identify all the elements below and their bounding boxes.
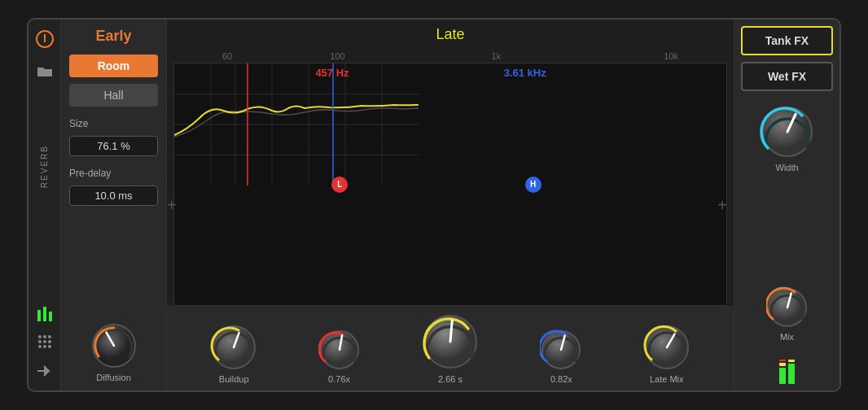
width-area: Width bbox=[741, 104, 833, 172]
mix-label: Mix bbox=[780, 332, 794, 342]
svg-rect-1 bbox=[43, 307, 46, 321]
low-freq-handle[interactable]: L bbox=[331, 177, 348, 193]
freq-10k: 10k bbox=[664, 51, 678, 61]
svg-point-11 bbox=[48, 345, 51, 348]
meter-icon bbox=[35, 303, 55, 322]
freq-60: 60 bbox=[222, 51, 232, 61]
level-meter-right bbox=[788, 351, 795, 384]
early-title: Early bbox=[69, 28, 158, 45]
eq-display: 457 Hz 3.61 kHz L H bbox=[173, 63, 727, 306]
buildup-group: Buildup bbox=[210, 324, 257, 384]
high-knob[interactable] bbox=[540, 329, 582, 371]
svg-rect-2 bbox=[49, 312, 52, 321]
wet-fx-button[interactable]: Wet FX bbox=[741, 62, 833, 91]
mix-area: Mix bbox=[741, 286, 833, 342]
decay-group: 2.66 s bbox=[421, 312, 480, 384]
diffusion-area: Diffusion bbox=[69, 322, 158, 382]
grid-icon[interactable] bbox=[35, 332, 55, 351]
level-meter-left bbox=[779, 351, 786, 384]
low-knob[interactable] bbox=[318, 329, 361, 371]
width-label: Width bbox=[775, 163, 798, 172]
svg-rect-0 bbox=[37, 310, 41, 321]
main-area: Late 60 100 1k 10k bbox=[167, 20, 734, 390]
late-mix-group: Late Mix bbox=[643, 324, 690, 384]
freq-100: 100 bbox=[330, 51, 344, 61]
add-left-button[interactable]: + bbox=[167, 196, 177, 215]
svg-rect-42 bbox=[779, 363, 786, 366]
svg-point-6 bbox=[38, 340, 42, 343]
arrow-icon[interactable] bbox=[35, 361, 55, 381]
right-panel: Tank FX Wet FX Width bbox=[734, 20, 840, 390]
svg-point-10 bbox=[43, 345, 46, 348]
room-button[interactable]: Room bbox=[69, 55, 158, 77]
tank-fx-button[interactable]: Tank FX bbox=[741, 26, 833, 55]
size-label: Size bbox=[69, 118, 158, 129]
diffusion-knob[interactable] bbox=[90, 322, 138, 369]
diffusion-label: Diffusion bbox=[96, 373, 131, 382]
high-group: 0.82x bbox=[540, 329, 582, 384]
svg-point-3 bbox=[38, 335, 42, 338]
level-meters bbox=[741, 351, 833, 384]
low-freq-value: 457 Hz bbox=[315, 67, 349, 79]
power-icon bbox=[36, 30, 54, 48]
reverb-plugin: REVERB bbox=[27, 18, 841, 392]
plugin-label: REVERB bbox=[40, 145, 49, 188]
svg-point-9 bbox=[38, 345, 42, 348]
early-panel: Early Room Hall Size 76.1 % Pre-delay 10… bbox=[61, 20, 167, 390]
folder-button[interactable] bbox=[35, 62, 55, 81]
svg-rect-43 bbox=[779, 360, 786, 361]
mix-knob[interactable] bbox=[766, 286, 809, 329]
sidebar-bottom bbox=[35, 303, 55, 381]
late-mix-knob[interactable] bbox=[643, 324, 690, 371]
high-label: 0.82x bbox=[550, 374, 572, 384]
svg-point-8 bbox=[48, 340, 51, 343]
hall-button[interactable]: Hall bbox=[69, 84, 158, 107]
size-value[interactable]: 76.1 % bbox=[69, 136, 158, 156]
predelay-label: Pre-delay bbox=[69, 168, 158, 179]
svg-point-5 bbox=[48, 335, 51, 338]
svg-rect-41 bbox=[779, 368, 786, 384]
svg-rect-44 bbox=[788, 364, 795, 384]
eq-grid-svg bbox=[174, 63, 419, 185]
freq-labels: 60 100 1k 10k bbox=[167, 50, 734, 63]
svg-rect-45 bbox=[788, 360, 795, 362]
buildup-label: Buildup bbox=[219, 374, 249, 384]
low-label: 0.76x bbox=[328, 374, 350, 384]
decay-label: 2.66 s bbox=[438, 374, 462, 384]
late-title: Late bbox=[167, 20, 734, 50]
buildup-knob[interactable] bbox=[210, 324, 257, 371]
width-knob[interactable] bbox=[760, 104, 815, 159]
freq-1k: 1k bbox=[492, 51, 502, 61]
low-group: 0.76x bbox=[318, 329, 361, 384]
power-button[interactable] bbox=[35, 29, 55, 49]
add-right-button[interactable]: + bbox=[717, 196, 727, 215]
svg-point-7 bbox=[43, 340, 46, 343]
svg-point-4 bbox=[43, 335, 46, 338]
predelay-value[interactable]: 10.0 ms bbox=[69, 185, 158, 206]
high-freq-handle[interactable]: H bbox=[525, 177, 541, 193]
decay-knob[interactable] bbox=[421, 312, 480, 371]
knobs-row: Buildup 0.76x bbox=[167, 306, 734, 390]
left-sidebar: REVERB bbox=[28, 20, 61, 390]
late-mix-label: Late Mix bbox=[650, 374, 684, 384]
high-freq-value: 3.61 kHz bbox=[504, 67, 546, 79]
